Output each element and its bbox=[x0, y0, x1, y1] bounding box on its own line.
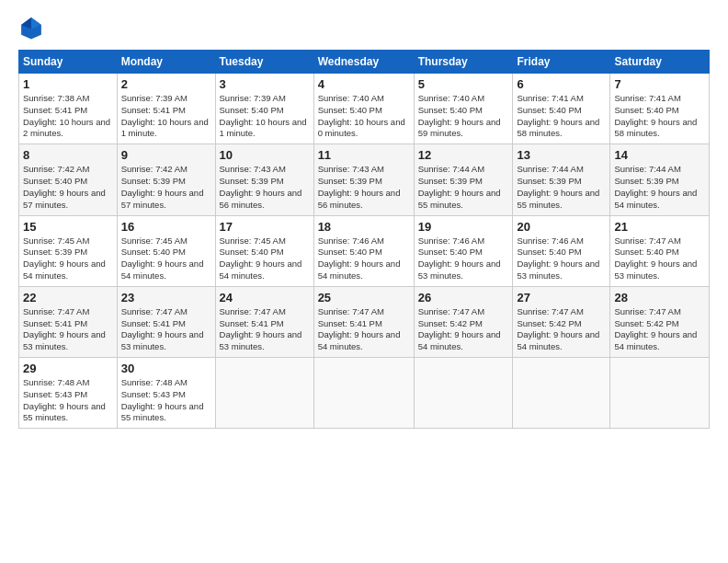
day-cell: 27 Sunrise: 7:47 AMSunset: 5:42 PMDaylig… bbox=[513, 286, 610, 357]
day-detail: Sunrise: 7:47 AMSunset: 5:41 PMDaylight:… bbox=[318, 306, 401, 351]
day-number: 14 bbox=[614, 148, 705, 162]
day-number: 3 bbox=[220, 77, 310, 91]
col-monday: Monday bbox=[117, 51, 215, 74]
day-cell: 10 Sunrise: 7:43 AMSunset: 5:39 PMDaylig… bbox=[215, 144, 313, 215]
day-number: 29 bbox=[23, 362, 113, 375]
week-row-5: 29 Sunrise: 7:48 AMSunset: 5:43 PMDaylig… bbox=[19, 358, 710, 429]
day-detail: Sunrise: 7:47 AMSunset: 5:41 PMDaylight:… bbox=[220, 306, 302, 351]
day-cell: 12 Sunrise: 7:44 AMSunset: 5:39 PMDaylig… bbox=[414, 144, 513, 215]
col-thursday: Thursday bbox=[414, 51, 513, 74]
day-cell bbox=[414, 358, 513, 429]
day-number: 19 bbox=[418, 220, 509, 234]
calendar-table: Sunday Monday Tuesday Wednesday Thursday… bbox=[18, 50, 710, 429]
day-number: 1 bbox=[23, 77, 113, 91]
logo-icon bbox=[18, 15, 44, 40]
col-friday: Friday bbox=[513, 51, 610, 74]
day-number: 17 bbox=[220, 220, 310, 234]
day-number: 4 bbox=[318, 77, 410, 91]
day-number: 11 bbox=[318, 148, 410, 162]
day-detail: Sunrise: 7:43 AMSunset: 5:39 PMDaylight:… bbox=[318, 164, 401, 209]
day-cell: 9 Sunrise: 7:42 AMSunset: 5:39 PMDayligh… bbox=[117, 144, 215, 215]
day-detail: Sunrise: 7:38 AMSunset: 5:41 PMDaylight:… bbox=[23, 93, 110, 138]
day-cell: 20 Sunrise: 7:46 AMSunset: 5:40 PMDaylig… bbox=[513, 215, 610, 286]
day-cell: 30 Sunrise: 7:48 AMSunset: 5:43 PMDaylig… bbox=[117, 358, 215, 429]
day-cell: 3 Sunrise: 7:39 AMSunset: 5:40 PMDayligh… bbox=[215, 74, 313, 144]
col-tuesday: Tuesday bbox=[215, 51, 313, 74]
day-detail: Sunrise: 7:47 AMSunset: 5:41 PMDaylight:… bbox=[23, 306, 106, 351]
day-number: 2 bbox=[121, 77, 211, 91]
day-detail: Sunrise: 7:44 AMSunset: 5:39 PMDaylight:… bbox=[418, 164, 501, 209]
logo bbox=[18, 15, 48, 40]
day-number: 24 bbox=[220, 291, 310, 304]
day-detail: Sunrise: 7:42 AMSunset: 5:39 PMDaylight:… bbox=[121, 164, 204, 209]
col-sunday: Sunday bbox=[19, 51, 118, 74]
week-row-3: 15 Sunrise: 7:45 AMSunset: 5:39 PMDaylig… bbox=[19, 215, 710, 286]
day-cell: 18 Sunrise: 7:46 AMSunset: 5:40 PMDaylig… bbox=[313, 215, 414, 286]
day-cell: 13 Sunrise: 7:44 AMSunset: 5:39 PMDaylig… bbox=[513, 144, 610, 215]
day-cell: 23 Sunrise: 7:47 AMSunset: 5:41 PMDaylig… bbox=[117, 286, 215, 357]
day-number: 22 bbox=[23, 291, 113, 304]
day-number: 8 bbox=[23, 148, 113, 162]
day-detail: Sunrise: 7:46 AMSunset: 5:40 PMDaylight:… bbox=[318, 236, 401, 281]
week-row-4: 22 Sunrise: 7:47 AMSunset: 5:41 PMDaylig… bbox=[19, 286, 710, 357]
day-cell bbox=[513, 358, 610, 429]
day-number: 27 bbox=[517, 291, 606, 304]
day-number: 20 bbox=[517, 220, 606, 234]
day-detail: Sunrise: 7:47 AMSunset: 5:42 PMDaylight:… bbox=[517, 306, 599, 351]
week-row-2: 8 Sunrise: 7:42 AMSunset: 5:40 PMDayligh… bbox=[19, 144, 710, 215]
week-row-1: 1 Sunrise: 7:38 AMSunset: 5:41 PMDayligh… bbox=[19, 74, 710, 144]
day-detail: Sunrise: 7:47 AMSunset: 5:42 PMDaylight:… bbox=[614, 306, 697, 351]
day-number: 16 bbox=[121, 220, 211, 234]
col-saturday: Saturday bbox=[610, 51, 710, 74]
day-cell: 5 Sunrise: 7:40 AMSunset: 5:40 PMDayligh… bbox=[414, 74, 513, 144]
day-cell: 1 Sunrise: 7:38 AMSunset: 5:41 PMDayligh… bbox=[19, 74, 118, 144]
day-cell: 14 Sunrise: 7:44 AMSunset: 5:39 PMDaylig… bbox=[610, 144, 710, 215]
day-detail: Sunrise: 7:46 AMSunset: 5:40 PMDaylight:… bbox=[517, 236, 599, 281]
day-number: 12 bbox=[418, 148, 509, 162]
day-cell: 24 Sunrise: 7:47 AMSunset: 5:41 PMDaylig… bbox=[215, 286, 313, 357]
day-cell: 6 Sunrise: 7:41 AMSunset: 5:40 PMDayligh… bbox=[513, 74, 610, 144]
day-detail: Sunrise: 7:47 AMSunset: 5:40 PMDaylight:… bbox=[614, 236, 697, 281]
day-number: 13 bbox=[517, 148, 606, 162]
day-detail: Sunrise: 7:43 AMSunset: 5:39 PMDaylight:… bbox=[220, 164, 302, 209]
day-detail: Sunrise: 7:41 AMSunset: 5:40 PMDaylight:… bbox=[614, 93, 697, 138]
day-detail: Sunrise: 7:39 AMSunset: 5:41 PMDaylight:… bbox=[121, 93, 209, 138]
day-detail: Sunrise: 7:45 AMSunset: 5:40 PMDaylight:… bbox=[220, 236, 302, 281]
header-row: Sunday Monday Tuesday Wednesday Thursday… bbox=[19, 51, 710, 74]
header bbox=[18, 15, 710, 40]
day-detail: Sunrise: 7:40 AMSunset: 5:40 PMDaylight:… bbox=[318, 93, 405, 138]
day-number: 26 bbox=[418, 291, 509, 304]
day-detail: Sunrise: 7:41 AMSunset: 5:40 PMDaylight:… bbox=[517, 93, 599, 138]
day-detail: Sunrise: 7:39 AMSunset: 5:40 PMDaylight:… bbox=[220, 93, 307, 138]
day-cell: 26 Sunrise: 7:47 AMSunset: 5:42 PMDaylig… bbox=[414, 286, 513, 357]
day-cell: 4 Sunrise: 7:40 AMSunset: 5:40 PMDayligh… bbox=[313, 74, 414, 144]
day-number: 5 bbox=[418, 77, 509, 91]
day-number: 15 bbox=[23, 220, 113, 234]
col-wednesday: Wednesday bbox=[313, 51, 414, 74]
day-detail: Sunrise: 7:44 AMSunset: 5:39 PMDaylight:… bbox=[517, 164, 599, 209]
day-detail: Sunrise: 7:48 AMSunset: 5:43 PMDaylight:… bbox=[121, 377, 204, 422]
day-cell: 15 Sunrise: 7:45 AMSunset: 5:39 PMDaylig… bbox=[19, 215, 118, 286]
day-cell: 25 Sunrise: 7:47 AMSunset: 5:41 PMDaylig… bbox=[313, 286, 414, 357]
day-number: 21 bbox=[614, 220, 705, 234]
day-cell bbox=[610, 358, 710, 429]
day-cell: 2 Sunrise: 7:39 AMSunset: 5:41 PMDayligh… bbox=[117, 74, 215, 144]
day-cell bbox=[215, 358, 313, 429]
day-detail: Sunrise: 7:46 AMSunset: 5:40 PMDaylight:… bbox=[418, 236, 501, 281]
day-cell: 7 Sunrise: 7:41 AMSunset: 5:40 PMDayligh… bbox=[610, 74, 710, 144]
day-cell: 29 Sunrise: 7:48 AMSunset: 5:43 PMDaylig… bbox=[19, 358, 118, 429]
day-number: 23 bbox=[121, 291, 211, 304]
page: Sunday Monday Tuesday Wednesday Thursday… bbox=[0, 0, 728, 438]
day-detail: Sunrise: 7:48 AMSunset: 5:43 PMDaylight:… bbox=[23, 377, 106, 422]
day-cell: 16 Sunrise: 7:45 AMSunset: 5:40 PMDaylig… bbox=[117, 215, 215, 286]
day-number: 9 bbox=[121, 148, 211, 162]
day-cell: 11 Sunrise: 7:43 AMSunset: 5:39 PMDaylig… bbox=[313, 144, 414, 215]
day-detail: Sunrise: 7:42 AMSunset: 5:40 PMDaylight:… bbox=[23, 164, 106, 209]
day-cell: 21 Sunrise: 7:47 AMSunset: 5:40 PMDaylig… bbox=[610, 215, 710, 286]
day-detail: Sunrise: 7:47 AMSunset: 5:42 PMDaylight:… bbox=[418, 306, 501, 351]
day-cell: 17 Sunrise: 7:45 AMSunset: 5:40 PMDaylig… bbox=[215, 215, 313, 286]
day-cell bbox=[313, 358, 414, 429]
day-detail: Sunrise: 7:40 AMSunset: 5:40 PMDaylight:… bbox=[418, 93, 501, 138]
day-number: 7 bbox=[614, 77, 705, 91]
day-number: 28 bbox=[614, 291, 705, 304]
